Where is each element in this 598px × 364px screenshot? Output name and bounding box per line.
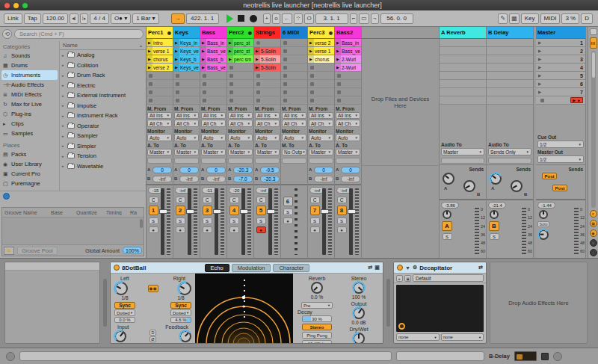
output-gain-value[interactable]: 0.0 dB (348, 320, 369, 325)
volume-fader[interactable] (188, 188, 191, 255)
mixer-view-toggle-icon[interactable]: III (590, 37, 597, 49)
empty-clip-slot[interactable] (335, 72, 361, 80)
browser-item-wavetable[interactable]: ▸Wavetable (60, 161, 146, 172)
clip-stop-button[interactable] (229, 90, 233, 94)
new-button[interactable]: + (263, 13, 271, 24)
drywet-knob[interactable] (353, 333, 365, 344)
pan-control[interactable]: C (176, 197, 185, 203)
scene-play-icon[interactable]: ▶ (538, 81, 541, 86)
tab-modulation[interactable]: Modulation (232, 264, 271, 272)
mode-pingpong-button[interactable]: Ping Pong (302, 332, 332, 339)
reverb-value[interactable]: 0.0 % (306, 294, 327, 300)
output-select[interactable]: Master▼ (147, 149, 172, 156)
sidebar-item-sounds[interactable]: ♫Sounds (1, 51, 58, 61)
pan-control[interactable]: C (337, 197, 347, 203)
browser-item-tension[interactable]: ▸Tension (60, 151, 146, 161)
clip-2-wurl[interactable]: ▶2-Wurl (335, 55, 361, 64)
tap-tempo-button[interactable]: Tap (24, 13, 41, 24)
right-delay-knob[interactable] (178, 282, 191, 295)
empty-clip-slot[interactable] (227, 96, 253, 105)
send-a-value[interactable]: -20.3 (233, 167, 253, 173)
track-delay-box[interactable] (336, 158, 360, 164)
stereo-width-knob[interactable] (353, 282, 365, 294)
scene-play-icon[interactable]: ▶ (538, 90, 541, 94)
solo-button[interactable]: S (283, 209, 293, 215)
input-type-select[interactable]: All Ins▼ (309, 112, 333, 120)
return-pan-knob[interactable] (490, 210, 499, 219)
echo-filter-bar[interactable]: ▶ Filter HP 20.0 Hz Res 0.00 LP 20.0 kHz… (195, 343, 293, 344)
groove-random-header[interactable]: Ra (130, 210, 137, 215)
clip-bass-in[interactable]: ▶Bass_in (335, 39, 361, 47)
clip-play-icon[interactable]: ▶ (200, 39, 206, 47)
send-a-value[interactable]: 0 (179, 167, 199, 173)
sidebar-item-user-library[interactable]: ◉User Library (1, 159, 58, 169)
empty-clip-slot[interactable] (281, 55, 307, 64)
expand-icon[interactable]: ▸ (62, 154, 67, 158)
clip-keys-ve[interactable]: ▶Keys_ve (173, 64, 200, 72)
return-empty-slot[interactable] (440, 39, 486, 47)
return-activator[interactable]: B (489, 221, 499, 231)
plugin-on-led[interactable] (397, 265, 403, 271)
send-b-value[interactable]: -inf (179, 176, 199, 182)
mode-stereo-button[interactable]: Stereo (302, 324, 332, 330)
clip-play-icon[interactable]: ▶ (200, 55, 206, 64)
empty-clip-slot[interactable] (147, 72, 173, 80)
device-view-divider[interactable] (103, 279, 107, 327)
plugin-param1-select[interactable]: none▼ (396, 333, 440, 341)
solo-button[interactable]: S (256, 218, 266, 224)
punch-in-button[interactable]: ⌐ (350, 13, 358, 24)
send-b-value[interactable]: -7.0 (233, 176, 253, 182)
master-volume-value[interactable]: -1.44 (537, 202, 555, 209)
scene-scroll-icon[interactable] (590, 28, 597, 35)
clip-stop-button[interactable] (337, 90, 341, 94)
empty-clip-slot[interactable] (173, 80, 200, 88)
scene-play-icon[interactable]: ▶ (538, 57, 541, 61)
clip-perc-sm[interactable]: ▶perc sm (227, 55, 253, 64)
empty-clip-slot[interactable] (200, 80, 226, 88)
clip-stop-button[interactable] (256, 90, 260, 94)
arrangement-position-field[interactable]: 422. 1. 1 (186, 13, 219, 24)
clip-stop-button[interactable] (256, 99, 260, 102)
clip-bass-ve[interactable]: ▶Bass_ve (200, 47, 226, 55)
output-select[interactable]: Master▼ (336, 149, 360, 156)
clip-stop-button[interactable] (283, 41, 287, 45)
clip-play-icon[interactable]: ▶ (200, 64, 206, 72)
clip-play-icon[interactable]: ▶ (147, 39, 152, 47)
loop-start-field[interactable]: 3. 1. 1 (315, 13, 348, 24)
return-empty-slot[interactable] (487, 96, 533, 105)
cue-volume-knob[interactable] (538, 229, 549, 240)
left-delay-knob[interactable] (114, 282, 128, 295)
return-activator[interactable]: A (442, 221, 452, 231)
expand-icon[interactable]: ▸ (62, 93, 67, 98)
empty-clip-slot[interactable] (147, 96, 173, 105)
send-b-value[interactable]: -inf (152, 176, 172, 182)
return-empty-slot[interactable] (487, 88, 533, 96)
output-select[interactable]: Master▼ (174, 149, 199, 156)
empty-clip-slot[interactable] (254, 80, 280, 88)
send-b-knob[interactable] (511, 180, 523, 192)
track-activator[interactable]: 5 (256, 206, 266, 215)
right-mode-select[interactable]: Dotted▼ (170, 309, 191, 316)
browser-item-impulse[interactable]: ▸Impulse (60, 101, 146, 111)
info-toggle-icon[interactable] (3, 193, 10, 200)
send-a-value[interactable]: 0 (341, 167, 360, 173)
clip-stop-button[interactable] (337, 74, 341, 78)
expand-icon[interactable]: ▸ (62, 144, 67, 148)
monitor-select[interactable]: Auto▼ (201, 134, 226, 141)
plugin-panel[interactable] (396, 285, 484, 332)
track-header-strings[interactable]: Strings (254, 27, 280, 39)
clip-bass-in[interactable]: ▶Bass_in (200, 39, 226, 47)
unfold-plugin-icon[interactable]: ▼ (405, 265, 410, 271)
empty-clip-slot[interactable] (147, 80, 173, 88)
launch-quantize-select[interactable]: 1 Bar ▾ (132, 13, 158, 24)
info-view-toggle-icon[interactable] (6, 352, 15, 361)
play-button[interactable] (226, 14, 233, 23)
stop-button[interactable] (238, 15, 244, 22)
master-solo-button[interactable]: Solo (537, 221, 549, 227)
clip-play-icon[interactable]: ▶ (254, 47, 260, 55)
clip-intro[interactable]: ▶intro (147, 39, 173, 47)
empty-clip-slot[interactable] (173, 88, 200, 96)
return-output-select[interactable]: Sends Only▼ (488, 148, 531, 155)
empty-clip-slot[interactable] (281, 64, 307, 72)
empty-clip-slot[interactable] (308, 96, 334, 105)
